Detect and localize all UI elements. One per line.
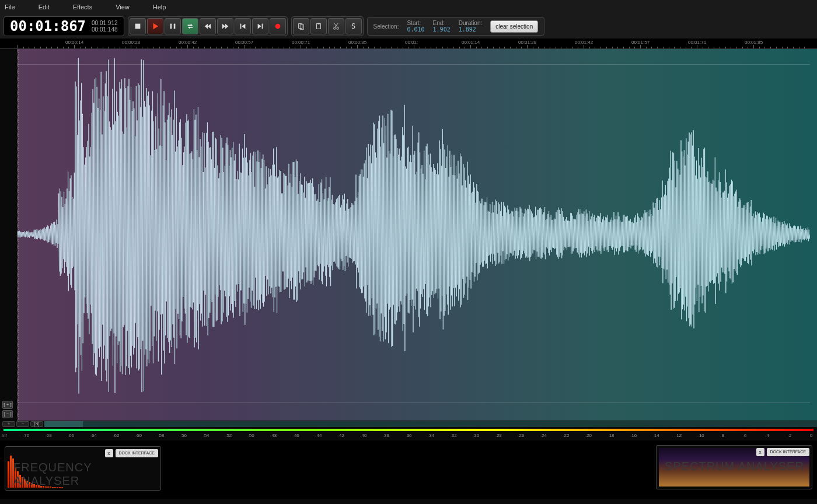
frequency-analyser-panel[interactable]: x DOCK INTERFACE FREQUENCY ANALYSER	[5, 446, 161, 491]
zoom-in-vertical-button[interactable]: [ + ]	[2, 401, 13, 409]
waveform-gutter	[0, 49, 18, 421]
db-scale: -Inf-70-68-66-64-62-60-58-56-54-52-50-48…	[0, 432, 817, 440]
toolbar: 00:01:867 00:01:912 00:01:148 S Selectio…	[0, 14, 817, 38]
svg-point-12	[275, 24, 280, 29]
svg-rect-2	[170, 24, 172, 29]
timeline-ruler[interactable]: 00:00:1400:00:2800:00:4200:00:5700:00:71…	[0, 38, 817, 49]
spectrum-analyser-title: SPECTRUM ANALYSER	[665, 460, 804, 473]
svg-rect-11	[261, 24, 263, 29]
play-button[interactable]	[147, 18, 163, 34]
record-button[interactable]	[270, 18, 286, 34]
menu-effects[interactable]: Effects	[73, 4, 92, 10]
selection-label: Selection:	[373, 23, 399, 30]
zoom-in-horizontal-button[interactable]: +	[2, 421, 15, 427]
menu-help[interactable]: Help	[153, 4, 166, 10]
level-meter	[4, 429, 813, 431]
selection-start-label: Start:	[407, 20, 424, 26]
clear-selection-button[interactable]: clear selection	[490, 20, 538, 33]
menu-file[interactable]: File	[5, 4, 15, 10]
svg-marker-1	[153, 23, 158, 30]
selection-panel: Selection: Start: 0.010 End: 1.902 Durat…	[367, 17, 545, 36]
svg-marker-6	[222, 24, 225, 29]
svg-marker-5	[208, 24, 211, 29]
rewind-button[interactable]	[200, 18, 216, 34]
dock-spectrum-panel-button[interactable]: DOCK INTERFACE	[767, 448, 809, 456]
zoom-fit-button[interactable]: [N]	[30, 421, 43, 427]
vertical-zoom-controls: [ + ] [ − ]	[2, 401, 13, 418]
pause-button[interactable]	[165, 18, 181, 34]
selection-end-value: 1.902	[433, 26, 451, 33]
close-spectrum-panel-button[interactable]: x	[756, 448, 764, 456]
svg-rect-15	[316, 24, 320, 29]
copy-button[interactable]	[293, 18, 309, 34]
time-sub2: 00:01:148	[92, 26, 118, 33]
menu-view[interactable]: View	[116, 4, 130, 10]
close-frequency-panel-button[interactable]: x	[105, 449, 113, 457]
edit-group: S	[291, 16, 364, 36]
svg-rect-16	[317, 23, 320, 24]
selection-duration-value: 1.892	[459, 26, 483, 33]
zoom-out-vertical-button[interactable]: [ − ]	[2, 410, 13, 418]
menu-edit[interactable]: Edit	[39, 4, 50, 10]
svg-marker-7	[225, 24, 228, 29]
svg-point-17	[333, 27, 336, 30]
menubar: File Edit Effects View Help	[0, 0, 817, 14]
svg-rect-3	[173, 24, 175, 29]
svg-marker-4	[204, 24, 207, 29]
snap-button[interactable]: S	[345, 18, 362, 34]
frequency-analyser-title: FREQUENCY ANALYSER	[13, 461, 160, 488]
waveform-area[interactable]: 00:00:1400:00:2800:00:4200:00:5700:00:71…	[0, 38, 817, 421]
selection-start-value: 0.010	[407, 26, 424, 33]
selection-duration-label: Duration:	[459, 20, 483, 26]
cut-button[interactable]	[328, 18, 344, 34]
stop-button[interactable]	[130, 18, 146, 34]
paste-button[interactable]	[310, 18, 327, 34]
time-main: 00:01:867	[10, 18, 86, 34]
fastforward-button[interactable]	[217, 18, 233, 34]
time-display: 00:01:867 00:01:912 00:01:148	[4, 16, 124, 36]
svg-marker-10	[257, 24, 261, 29]
transport-group	[128, 16, 288, 36]
spectrum-analyser-panel[interactable]: x DOCK INTERFACE SPECTRUM ANALYSER	[656, 445, 812, 489]
track-overview-bar: + − [N]	[0, 421, 817, 428]
panels-area: x DOCK INTERFACE FREQUENCY ANALYSER x DO…	[0, 440, 817, 499]
svg-marker-9	[242, 24, 245, 29]
waveform-canvas[interactable]	[18, 49, 810, 421]
dock-frequency-panel-button[interactable]: DOCK INTERFACE	[116, 449, 158, 457]
track-preview[interactable]	[44, 421, 817, 427]
selection-end-label: End:	[433, 20, 451, 26]
skip-back-button[interactable]	[235, 18, 251, 34]
time-sub1: 00:01:912	[92, 20, 118, 26]
skip-forward-button[interactable]	[252, 18, 268, 34]
loop-button[interactable]	[182, 18, 198, 34]
svg-rect-8	[240, 24, 241, 29]
svg-point-18	[336, 27, 338, 30]
svg-rect-0	[135, 24, 140, 29]
zoom-out-horizontal-button[interactable]: −	[16, 421, 29, 427]
